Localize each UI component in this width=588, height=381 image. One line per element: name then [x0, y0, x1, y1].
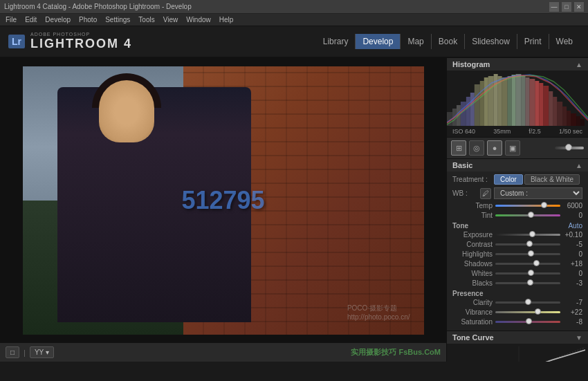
basic-arrow: ▲ — [576, 162, 582, 169]
vibrance-track[interactable] — [495, 311, 560, 313]
treatment-bw-button[interactable]: Black & White — [524, 174, 580, 185]
auto-button[interactable]: Auto — [568, 222, 582, 230]
tint-thumb[interactable] — [528, 212, 534, 218]
view-mode-button[interactable]: □ — [6, 346, 19, 358]
highlights-label: Highlights — [452, 250, 493, 258]
tab-develop[interactable]: Develop — [356, 34, 401, 49]
tab-library[interactable]: Library — [316, 34, 356, 49]
title-bar: Lightroom 4 Catalog - Adobe Photoshop Li… — [0, 0, 588, 14]
menu-window[interactable]: Window — [186, 16, 211, 24]
menu-settings[interactable]: Settings — [105, 16, 130, 24]
tone-curve-area — [447, 344, 588, 362]
healing-tool[interactable]: ◎ — [469, 140, 484, 156]
minimize-button[interactable]: — — [549, 2, 559, 12]
histogram-svg — [447, 71, 588, 126]
basic-header[interactable]: Basic ▲ — [447, 159, 588, 171]
tab-slideshow[interactable]: Slideshow — [465, 34, 517, 49]
svg-rect-25 — [557, 102, 562, 126]
main: 512795 POCO·摄影专题http://photo.poco.cn/ □ … — [0, 58, 588, 362]
contrast-thumb[interactable] — [526, 241, 533, 247]
aperture-value: f/2.5 — [529, 128, 541, 135]
vibrance-label: Vibrance — [452, 308, 493, 316]
basic-content: Treatment : Color Black & White WB : 🖊 C… — [447, 171, 588, 331]
svg-rect-19 — [529, 79, 535, 126]
photo-face — [99, 80, 154, 142]
tint-track[interactable] — [495, 214, 560, 216]
svg-rect-20 — [535, 81, 539, 126]
bottom-toolbar: □ | YY ▾ 实用摄影技巧 FsBus.CoM — [0, 342, 446, 362]
svg-rect-7 — [475, 84, 480, 126]
photo-container[interactable]: 512795 POCO·摄影专题http://photo.poco.cn/ — [0, 58, 446, 342]
clarity-track[interactable] — [495, 301, 560, 304]
presence-label: Presence — [452, 290, 582, 297]
menu-photo[interactable]: Photo — [79, 16, 97, 24]
clarity-thumb[interactable] — [525, 299, 531, 305]
highlights-track[interactable] — [495, 253, 560, 255]
tab-map[interactable]: Map — [401, 34, 431, 49]
saturation-track[interactable] — [495, 321, 560, 323]
tab-print[interactable]: Print — [517, 34, 549, 49]
saturation-thumb[interactable] — [526, 318, 532, 324]
menu-develop[interactable]: Develop — [45, 16, 71, 24]
close-button[interactable]: ✕ — [574, 2, 584, 12]
header: Lr ADOBE PHOTOSHOP LIGHTROOM 4 Library D… — [0, 26, 588, 58]
window-controls[interactable]: — □ ✕ — [549, 2, 584, 12]
temp-slider-row: Temp 6000 — [452, 202, 582, 210]
red-eye-tool[interactable]: ● — [487, 140, 502, 156]
tab-web[interactable]: Web — [549, 34, 580, 49]
crop-tool[interactable]: ⊞ — [451, 140, 466, 156]
menu-file[interactable]: File — [6, 16, 17, 24]
exposure-track[interactable] — [495, 234, 560, 236]
histogram-section: Histogram ▲ — [447, 58, 588, 138]
blacks-label: Blacks — [452, 279, 493, 287]
svg-rect-13 — [502, 77, 508, 126]
svg-rect-18 — [525, 77, 529, 126]
temp-value: 6000 — [563, 202, 582, 210]
menu-tools[interactable]: Tools — [138, 16, 154, 24]
contrast-label: Contrast — [452, 241, 493, 248]
logo-area: Lr ADOBE PHOTOSHOP LIGHTROOM 4 — [8, 32, 132, 51]
yy-dropdown[interactable]: YY ▾ — [30, 346, 54, 358]
tone-curve-header[interactable]: Tone Curve ▼ — [447, 331, 588, 344]
blacks-thumb[interactable] — [527, 279, 533, 286]
whites-track[interactable] — [495, 272, 560, 275]
shutter-value: 1/50 sec — [559, 128, 582, 135]
highlights-thumb[interactable] — [528, 250, 534, 257]
contrast-track[interactable] — [495, 243, 560, 245]
histogram-header[interactable]: Histogram ▲ — [447, 58, 588, 71]
wb-select[interactable]: Custom : As Shot Auto Daylight — [494, 187, 582, 199]
svg-rect-27 — [567, 111, 571, 126]
vibrance-thumb[interactable] — [535, 308, 541, 315]
iso-value: ISO 640 — [452, 128, 475, 135]
blacks-track[interactable] — [495, 282, 560, 284]
separator: | — [24, 349, 26, 357]
tab-book[interactable]: Book — [432, 34, 465, 49]
tool-slider-thumb — [565, 144, 572, 151]
highlights-slider-row: Highlights 0 — [452, 250, 582, 258]
basic-title: Basic — [452, 161, 472, 169]
saturation-slider-row: Saturation -8 — [452, 318, 582, 326]
maximize-button[interactable]: □ — [562, 2, 571, 12]
shadows-thumb[interactable] — [533, 260, 540, 266]
focal-value: 35mm — [493, 128, 511, 135]
tool-slider[interactable] — [555, 147, 584, 149]
tone-curve-arrow: ▼ — [576, 334, 582, 342]
temp-thumb[interactable] — [541, 202, 547, 208]
svg-rect-23 — [549, 91, 553, 126]
svg-rect-31 — [450, 346, 585, 362]
menu-edit[interactable]: Edit — [25, 16, 37, 24]
menu-help[interactable]: Help — [219, 16, 234, 24]
wb-eyedropper[interactable]: 🖊 — [480, 188, 491, 199]
shadows-track[interactable] — [495, 263, 560, 265]
menu-view[interactable]: View — [163, 16, 178, 24]
exposure-thumb[interactable] — [529, 231, 535, 237]
temp-track[interactable] — [495, 205, 560, 207]
tone-subheader: Tone Auto — [452, 222, 582, 230]
vibrance-value: +22 — [563, 308, 582, 316]
whites-thumb[interactable] — [528, 270, 534, 276]
tint-slider-row: Tint 0 — [452, 212, 582, 219]
treatment-color-button[interactable]: Color — [494, 174, 523, 185]
tint-value: 0 — [563, 212, 582, 219]
svg-rect-5 — [466, 97, 470, 126]
gradient-tool[interactable]: ▣ — [505, 140, 520, 156]
